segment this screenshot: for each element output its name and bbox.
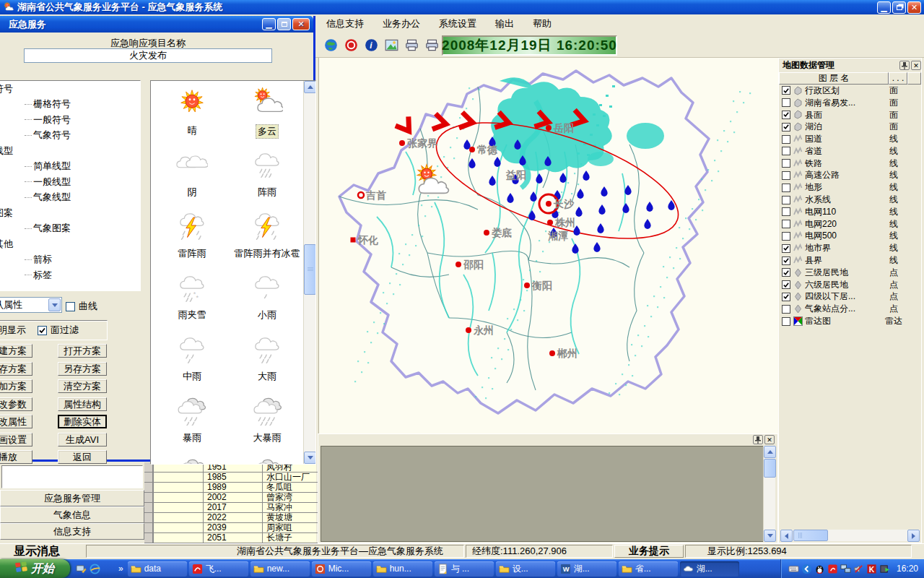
dialog-minimize-button[interactable]: ▁ <box>262 18 276 30</box>
ie-icon[interactable] <box>90 564 100 574</box>
layer-checkbox[interactable] <box>782 293 790 301</box>
taskbar-item-3[interactable]: Mic... <box>312 561 371 577</box>
layer-row-0[interactable]: 行政区划面 <box>779 85 921 97</box>
layer-row-3[interactable]: 湖泊面 <box>779 121 921 133</box>
layer-row-13[interactable]: 地市界线 <box>779 242 921 254</box>
globe-icon[interactable] <box>323 38 339 53</box>
dialog-maximize-button[interactable] <box>277 18 291 30</box>
table-row[interactable]: 2022黄坡塘 <box>144 513 318 523</box>
dialog-button-left-2[interactable]: 添加方案 <box>0 379 32 393</box>
left-nav-0[interactable]: 应急服务管理 <box>0 490 144 506</box>
tree-item-8[interactable]: 图案 <box>0 205 140 221</box>
layer-row-15[interactable]: 三级居民地点 <box>779 267 921 279</box>
dialog-button-right-3[interactable]: 属性结构 <box>58 397 107 411</box>
table-row[interactable]: 1985水口山一厂 <box>144 473 318 483</box>
printer-icon[interactable] <box>404 38 419 53</box>
layer-row-10[interactable]: 电网110线 <box>779 206 921 218</box>
msn-icon[interactable] <box>801 564 812 574</box>
symbols-scrollbar[interactable] <box>303 81 315 464</box>
table-row[interactable]: 2039周家咀 <box>144 523 318 533</box>
weather-symbol-cloud-thunder-hail[interactable]: 雷阵雨并有冰雹 <box>229 210 305 260</box>
dialog-button-right-4[interactable]: 删除实体 <box>58 415 107 428</box>
layer-row-6[interactable]: 铁路线 <box>779 158 921 170</box>
show-desktop-icon[interactable] <box>76 564 87 574</box>
menu-item-0[interactable]: 信息支持 <box>326 17 364 30</box>
close-panel-icon[interactable]: ✕ <box>911 61 921 70</box>
dialog-button-right-5[interactable]: 生成AVI <box>58 433 107 447</box>
layer-row-1[interactable]: 湖南省易发...面 <box>779 97 921 109</box>
keyboard-icon[interactable] <box>788 564 799 574</box>
chip-icon[interactable] <box>879 564 890 574</box>
dialog-button-right-1[interactable]: 另存方案 <box>58 362 107 376</box>
tree-item-4[interactable]: 线型 <box>0 143 140 159</box>
pin-icon[interactable] <box>899 61 910 70</box>
dropdown-arrow-icon[interactable] <box>48 298 61 311</box>
taskbar-item-2[interactable]: new... <box>250 561 310 577</box>
layer-more-header[interactable]: . . . <box>889 72 907 85</box>
layers-horizontal-scrollbar[interactable] <box>780 530 920 541</box>
layer-checkbox[interactable] <box>782 135 790 144</box>
dialog-button-left-1[interactable]: 保存方案 <box>0 362 32 376</box>
layer-row-5[interactable]: 省道线 <box>779 145 921 158</box>
stop-icon[interactable] <box>343 38 359 53</box>
weather-symbol-sun-cloud[interactable]: 多云 <box>229 87 305 139</box>
taskbar-item-5[interactable]: 与 ... <box>435 561 494 577</box>
layer-checkbox[interactable] <box>782 111 790 119</box>
menu-item-2[interactable]: 系统设置 <box>439 17 476 30</box>
dialog-close-button[interactable]: ✕ <box>292 18 310 30</box>
start-button[interactable]: 开始 <box>0 559 70 578</box>
dialog-button-right-0[interactable]: 打开方案 <box>58 344 107 358</box>
layer-checkbox[interactable] <box>782 280 790 289</box>
weather-symbol-cloud-thunder[interactable]: 雷阵雨 <box>154 210 230 260</box>
layer-checkbox[interactable] <box>782 86 790 95</box>
printer2-icon[interactable] <box>424 38 440 53</box>
curve-checkbox-row[interactable]: 曲线 <box>66 300 97 313</box>
network-icon[interactable] <box>840 564 851 574</box>
layer-checkbox[interactable] <box>782 220 790 228</box>
layer-checkbox[interactable] <box>782 232 790 241</box>
dock-pin-icon[interactable] <box>753 435 763 444</box>
map-canvas[interactable]: 张家界岳阳常德益阳吉首长沙娄底株州湘潭怀化邵阳衡阳永州郴州 <box>318 58 778 434</box>
transparent-checkbox-row[interactable]: 透明显示 <box>0 324 26 337</box>
dialog-button-left-3[interactable]: 修改参数 <box>0 397 32 411</box>
dock-scrollbar[interactable] <box>763 446 775 542</box>
quick-launch-overflow-icon[interactable]: » <box>118 564 123 574</box>
layer-row-11[interactable]: 电网220线 <box>779 218 921 230</box>
table-row[interactable]: 2051长塘子 <box>144 533 318 543</box>
layer-checkbox[interactable] <box>782 123 790 131</box>
tree-item-11[interactable]: 箭标 <box>0 252 140 268</box>
business-tip-button[interactable]: 业务提示 <box>614 545 684 558</box>
red-flash-icon[interactable] <box>827 564 838 574</box>
weather-symbol-cloud-rain-3[interactable]: 大雨 <box>229 332 305 383</box>
weather-symbol-cloud-sleet[interactable]: **雨夹雪 <box>154 271 230 322</box>
layer-extra-header[interactable] <box>907 72 921 85</box>
layer-row-4[interactable]: 国道线 <box>779 133 921 145</box>
layer-checkbox[interactable] <box>782 184 790 192</box>
layer-checkbox[interactable] <box>782 98 790 107</box>
tree-item-10[interactable]: 其他 <box>0 236 140 252</box>
taskbar-item-4[interactable]: hun... <box>373 561 432 577</box>
taskbar-item-7[interactable]: W湖... <box>557 561 616 577</box>
resize-grip[interactable] <box>913 545 923 558</box>
tree-item-6[interactable]: 一般线型 <box>0 174 140 190</box>
left-nav-2[interactable]: 信息支持 <box>0 523 144 540</box>
project-name-input[interactable] <box>24 48 272 63</box>
taskbar-item-1[interactable]: 飞... <box>189 561 248 577</box>
symbol-tree[interactable]: 符号栅格符号一般符号气象符号线型简单线型一般线型气象线型图案气象图案其他箭标标签 <box>0 80 141 291</box>
image-icon[interactable] <box>383 38 399 53</box>
menu-item-3[interactable]: 输出 <box>495 17 514 30</box>
taskbar-item-0[interactable]: data <box>128 561 187 577</box>
weather-symbol-cloud-storm[interactable]: 暴雨 <box>154 394 230 444</box>
weather-symbol-cloud-rain-1[interactable]: 小雨 <box>229 271 305 322</box>
info-icon[interactable]: i <box>363 38 379 53</box>
weather-symbol-sun[interactable]: 晴 <box>154 87 230 137</box>
table-row[interactable]: 2002曾家湾 <box>144 493 318 503</box>
weather-symbol-cloud-rain-2[interactable]: 中雨 <box>154 332 230 383</box>
layer-row-7[interactable]: 高速公路线 <box>779 170 921 182</box>
layer-row-8[interactable]: 地形线 <box>779 181 921 194</box>
close-button[interactable]: ✕ <box>907 1 921 14</box>
restore-button[interactable] <box>892 1 906 14</box>
layer-row-9[interactable]: 水系线线 <box>779 194 921 206</box>
minimize-button[interactable]: ▁ <box>877 1 891 14</box>
layer-checkbox[interactable] <box>782 207 790 216</box>
